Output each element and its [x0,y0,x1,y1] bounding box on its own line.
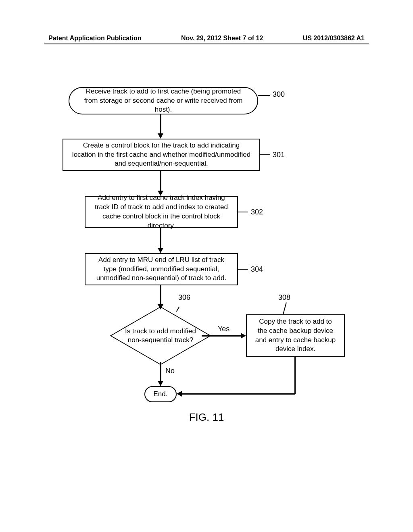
leader-302 [238,212,248,212]
step-308-text: Copy the track to add to the cache backu… [255,317,336,354]
arrow-yes [202,335,242,337]
terminal-end-shape: End. [144,386,177,402]
header-center: Nov. 29, 2012 Sheet 7 of 12 [181,35,263,42]
arrow-308-end-v [294,357,296,394]
arrow-301-302 [160,171,161,192]
figure-label: FIG. 11 [189,411,224,424]
header-left: Patent Application Publication [48,35,142,42]
page-header: Patent Application Publication Nov. 29, … [0,35,413,42]
ref-300: 300 [273,90,285,99]
leader-304 [238,269,248,270]
leader-301 [260,154,270,155]
arrow-308-end-h [181,393,295,395]
ref-301: 301 [273,151,285,159]
step-300-shape: Receive track to add to first cache (bei… [69,87,258,114]
step-301-shape: Create a control block for the track to … [63,139,260,171]
ref-308: 308 [278,293,290,302]
arrowhead-no [158,381,163,386]
step-302-shape: Add entry to first cache track index hav… [85,196,238,228]
step-308-shape: Copy the track to add to the cache backu… [246,314,345,357]
ref-304: 304 [251,265,263,274]
step-304-text: Add entry to MRU end of LRU list of trac… [94,256,229,283]
ref-302: 302 [251,208,263,216]
arrowhead-300-301 [158,133,163,139]
step-301-text: Create a control block for the track to … [71,141,251,169]
leader-308 [283,302,287,314]
step-304-shape: Add entry to MRU end of LRU list of trac… [85,253,238,285]
arrowhead-308-end [177,391,182,397]
arrow-no [160,362,161,382]
ref-306: 306 [178,293,190,302]
step-300-text: Receive track to add to first cache (bei… [81,87,245,115]
terminal-end-text: End. [154,390,168,399]
decision-306-shape: Is track to add modified non-sequential … [120,310,201,362]
yes-label: Yes [218,325,229,333]
leader-300 [258,95,270,96]
arrowhead-302-304 [158,248,163,253]
no-label: No [165,367,175,375]
arrow-304-306 [160,285,161,305]
arrow-300-301 [160,114,161,135]
decision-306-text: Is track to add modified non-sequential … [120,310,201,362]
header-divider [44,44,369,44]
header-right: US 2012/0303862 A1 [303,35,365,42]
arrowhead-yes [241,333,246,339]
arrow-302-304 [160,228,161,249]
step-302-text: Add entry to first cache track index hav… [94,193,229,231]
